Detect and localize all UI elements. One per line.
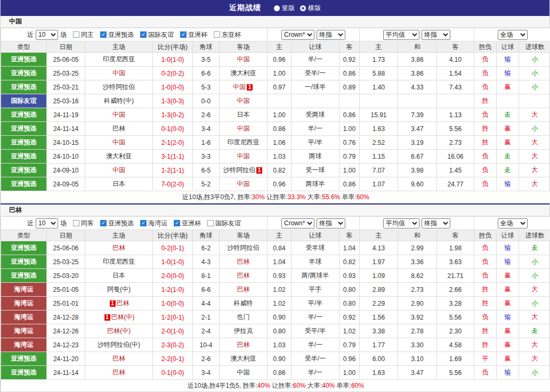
match-row: 亚洲预选25-06-06巴林0-2(0-1)6-2沙特阿拉伯0.84受半球1.0… — [1, 241, 550, 255]
home-team-name: 中国 — [112, 69, 125, 77]
corners-cell: 4-4 — [193, 297, 220, 311]
euro-away-odds-cell: 16.06 — [437, 150, 474, 164]
match-row: 亚洲预选24-10-15中国2-1(2-0)1-6印度尼西亚1.06平/半0.7… — [1, 136, 550, 150]
bookmaker-select[interactable]: Crown* — [281, 218, 314, 228]
away-team-name: 中国 — [237, 97, 250, 104]
home-team-name: 巴林 — [112, 125, 125, 132]
goals-result-cell: 小 — [519, 80, 550, 94]
score-cell: 2-0(0-0) — [153, 269, 193, 283]
corners-cell: 3-5 — [193, 53, 220, 67]
layout-radio[interactable]: 横版 — [300, 4, 321, 13]
euro-draw-odds-cell: 8.62 — [398, 269, 437, 283]
result-cell: 负 — [474, 164, 497, 177]
column-header: 角球 — [193, 230, 220, 241]
match-row: 亚洲预选25-06-05印度尼西亚1-0(1-0)3-5中国0.96半/一0.9… — [1, 53, 550, 67]
euro-away-odds-cell: 5.56 — [437, 311, 474, 324]
handicap-result-cell: 走 — [497, 150, 519, 164]
home-team-name: 巴林 — [112, 355, 125, 362]
filter-checkbox[interactable]: 亚洲预选 — [100, 219, 134, 228]
column-header-row: 类型日期主场比分(半场)角球客场主让球客主和客胜负让球进球数 — [1, 230, 550, 241]
filter-checkbox[interactable]: 同主 — [73, 30, 94, 39]
home-team-cell: 中国 — [85, 136, 153, 150]
home-team-name: 巴林 — [112, 244, 125, 251]
asian-home-odds-cell: 0.96 — [268, 177, 292, 191]
handicap-result-cell: 输 — [497, 53, 519, 67]
summary-segment: 单率: — [340, 193, 357, 201]
filter-checkbox[interactable]: 国际友谊 — [207, 219, 241, 228]
summary-cell: 近10场,胜3平0负7, 胜率:30% 让胜率:33.3% 大率:55.6% 单… — [1, 191, 550, 203]
result-cell: 负 — [474, 255, 497, 269]
date-cell: 25-06-05 — [47, 53, 85, 67]
matches-count-select[interactable]: 10 — [36, 30, 58, 40]
asian-away-odds-cell: 0.92 — [339, 53, 360, 67]
recent-label: 近 — [27, 30, 34, 39]
handicap-result-cell: 赢 — [497, 80, 519, 94]
asian-odds-time-select[interactable]: 终指 — [317, 218, 345, 228]
checkbox-label: 同主 — [81, 30, 94, 39]
filter-checkbox[interactable]: 海湾运 — [140, 219, 167, 228]
away-team-cell: 沙特阿拉伯 — [220, 241, 268, 255]
corners-cell: 1-6 — [193, 136, 220, 150]
filter-checkbox[interactable]: 亚洲杯 — [180, 30, 207, 39]
team-section: 中国近10场同主亚洲预选国际友谊亚洲杯东亚杯Crown*终指平均值终指全场类型日… — [1, 16, 549, 205]
asian-home-odds-cell: 1.00 — [268, 108, 292, 122]
corners-cell: 10-4 — [193, 338, 220, 352]
scope-selects: 全场 — [474, 218, 550, 228]
filter-controls: 近10场同主亚洲预选国际友谊亚洲杯东亚杯 — [1, 30, 267, 40]
home-team-name: 印度尼西亚 — [103, 55, 135, 63]
handicap-result-cell: 赢 — [497, 122, 519, 136]
matches-count-select[interactable]: 10 — [36, 218, 58, 228]
home-team-cell: 1巴林(中) — [85, 311, 153, 324]
type-badge-cell: 亚洲预选 — [1, 177, 47, 191]
home-team-name: 印度尼西亚 — [103, 258, 135, 265]
handicap-result-cell: 输 — [497, 366, 519, 380]
match-row: 亚洲预选24-11-14巴林0-1(0-0)3-4中国0.86半/一1.001.… — [1, 366, 550, 380]
euro-draw-odds-cell: 2.73 — [398, 283, 437, 297]
asian-odds-time-select[interactable]: 终指 — [317, 30, 345, 40]
filter-checkbox[interactable]: 同客 — [73, 219, 94, 228]
result-cell: 负 — [474, 80, 497, 94]
asian-home-odds-cell: 0.97 — [268, 80, 292, 94]
euro-draw-odds-cell: 3.86 — [398, 67, 437, 80]
euro-odds-value-select[interactable]: 平均值 — [383, 218, 419, 228]
euro-draw-odds-cell: 3.86 — [398, 53, 437, 67]
column-header: 主 — [360, 230, 398, 241]
match-row: 亚洲预选24-11-19中国1-3(0-2)2-6日本1.00受两球0.8615… — [1, 108, 550, 122]
bookmaker-select[interactable]: Crown* — [281, 30, 314, 40]
home-team-name: 巴林 — [112, 369, 125, 376]
goals-result-cell: 小 — [519, 67, 550, 80]
asian-away-odds-cell: 0.79 — [339, 338, 360, 352]
score-cell: 0-2(0-2) — [153, 67, 193, 80]
summary-segment: 55.6% — [322, 193, 340, 201]
filter-checkbox[interactable]: 亚洲预选 — [100, 30, 134, 39]
match-scope-select[interactable]: 全场 — [498, 30, 528, 40]
euro-odds-time-select[interactable]: 终指 — [422, 30, 450, 40]
home-team-name: 巴林(中) — [107, 327, 131, 334]
results-table: 近10场同主亚洲预选国际友谊亚洲杯东亚杯Crown*终指平均值终指全场类型日期主… — [1, 28, 550, 203]
column-header: 日期 — [47, 42, 85, 53]
asian-handicap-cell: 受平/半 — [292, 324, 339, 338]
euro-odds-value-select[interactable]: 平均值 — [383, 30, 419, 40]
layout-radio[interactable]: 竖版 — [274, 4, 295, 13]
filter-checkbox[interactable]: 亚洲杯 — [174, 219, 201, 228]
red-card-badge: 1 — [104, 314, 110, 321]
filter-checkbox[interactable]: 国际友谊 — [140, 30, 174, 39]
sections-container: 中国近10场同主亚洲预选国际友谊亚洲杯东亚杯Crown*终指平均值终指全场类型日… — [1, 16, 549, 392]
asian-handicap-cell: 半/一 — [292, 338, 339, 352]
home-team-cell: 巴林 — [85, 352, 153, 366]
corners-cell: 0-0 — [193, 94, 220, 108]
asian-away-odds-cell: 1.00 — [339, 366, 360, 380]
filter-checkbox[interactable]: 东亚杯 — [214, 30, 241, 39]
radio-label: 横版 — [308, 4, 321, 13]
euro-home-odds-cell: 5.88 — [360, 67, 398, 80]
euro-draw-odds-cell: 7.39 — [398, 108, 437, 122]
asian-home-odds-cell: 0.80 — [268, 324, 292, 338]
euro-draw-odds-cell: 3.47 — [398, 122, 437, 136]
result-cell: 负 — [474, 311, 497, 324]
euro-odds-time-select[interactable]: 终指 — [422, 218, 450, 228]
corners-cell: 2-1 — [193, 311, 220, 324]
euro-home-odds-cell: 15.91 — [360, 108, 398, 122]
summary-segment: 单率: — [335, 382, 351, 389]
asian-away-odds-cell: 1.00 — [339, 122, 360, 136]
match-scope-select[interactable]: 全场 — [498, 218, 528, 228]
